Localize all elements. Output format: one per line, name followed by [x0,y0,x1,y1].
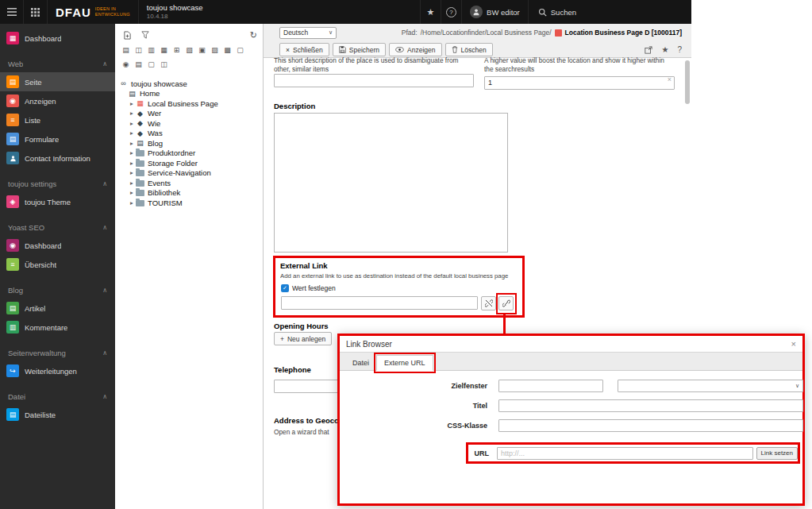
module-menu-button[interactable] [24,0,48,24]
page-type-icon[interactable]: ▣ [197,44,207,56]
dfau-logo[interactable]: DFAU IDEEN IN ENTWICKLUNG [48,0,138,24]
sidebar-section-yoast-seo[interactable]: Yoast SEO ∧ [0,218,115,236]
sidebar-section-web[interactable]: Web ∧ [0,55,115,72]
page-type-icon[interactable]: ▥ [146,44,156,56]
sidebar-item-formulare[interactable]: ▤ Formulare [0,129,115,148]
tab-datei[interactable]: Datei [345,356,376,370]
expander-icon[interactable]: ▸ [128,189,136,196]
target-input[interactable] [498,380,603,392]
sidebar-item-artikel[interactable]: ▤ Artikel [0,299,115,318]
link-browser-button[interactable] [498,296,514,310]
checkbox-checked-icon[interactable]: ✓ [281,284,289,292]
refresh-button[interactable]: ↻ [250,30,257,40]
sidebar-item-weiterleitungen[interactable]: ↪ Weiterleitungen [0,361,115,380]
help-icon[interactable]: ? [677,45,682,54]
tree-item-bibliothek[interactable]: ▸ Bibliothek [115,188,263,199]
shortdesc-help: This short description of the place is u… [274,56,480,74]
page-type-icon[interactable]: ▩ [222,44,233,56]
shortdesc-input[interactable] [274,74,474,87]
sidebar-section-toujou-settings[interactable]: toujou settings ∧ [0,175,115,192]
expander-icon[interactable]: ▸ [128,179,136,187]
help-menu-button[interactable]: ? [441,0,461,24]
tree-item-produktordner[interactable]: ▸ Produktordner [115,148,263,159]
page-type-icon[interactable]: ▢ [235,44,245,56]
menu-collapse-button[interactable] [0,0,24,24]
sidebar-section-seitenverwaltung[interactable]: Seitenverwaltung ∧ [0,344,115,361]
sidebar-item-dashboard[interactable]: ▦ Dashboard [0,29,115,48]
scrollbar-thumb[interactable] [685,60,690,104]
tree-item-home[interactable]: ▤ Home [115,89,263,99]
sidebar-item-toujou-theme[interactable]: ◈ toujou Theme [0,192,115,211]
sidebar-item-yoast-dashboard[interactable]: ◉ Dashboard [0,236,115,255]
module-sidebar: ▦ Dashboard Web ∧ ▤ Seite ◉ Anzeigen ≡ L… [0,24,115,509]
sidebar-item-liste[interactable]: ≡ Liste [0,110,115,129]
close-button[interactable]: × Schließen [279,43,329,56]
tree-item-wer[interactable]: ▸ ◆ Wer [115,109,263,119]
expander-icon[interactable]: ▸ [128,120,136,127]
tree-item-was[interactable]: ▸ ◆ Was [115,129,263,139]
bookmark-button[interactable]: ★ [420,0,441,24]
tree-item-blog[interactable]: ▸ ▤ Blog [115,138,263,148]
title-input[interactable] [498,399,803,412]
expander-icon[interactable]: ▸ [128,149,136,156]
page-type-icon[interactable]: ◫ [133,44,144,56]
tab-externe-url[interactable]: Externe URL [376,355,433,371]
css-class-input[interactable] [498,419,803,432]
expander-icon[interactable]: ▸ [128,110,136,117]
sidebar-section-datei[interactable]: Datei ∧ [0,388,115,405]
page-type-icon[interactable]: ▤ [133,59,144,70]
bookmark-star-icon[interactable]: ★ [661,45,668,54]
expander-icon[interactable]: ▸ [128,129,136,137]
site-name: toujou showcase [147,4,203,13]
tree-item-local-business-page[interactable]: ▸ ▦ Local Business Page [115,98,263,109]
modal-close-icon[interactable]: × [791,339,796,349]
tree-item-storage-folder[interactable]: ▸ Storage Folder [115,158,263,168]
new-record-button[interactable]: + Neu anlegen [274,332,332,345]
page-type-icon[interactable]: ▢ [146,59,156,70]
sidebar-item-dateiliste[interactable]: ▤ Dateiliste [0,405,115,424]
set-value-checkbox[interactable]: ✓ Wert festlegen [281,284,336,292]
unlink-button[interactable] [481,296,496,310]
sidebar-item-anzeigen[interactable]: ◉ Anzeigen [0,91,115,110]
page-type-icon[interactable]: ▤ [121,44,131,56]
filter-button[interactable] [139,29,152,41]
url-input[interactable] [497,447,753,460]
clear-icon[interactable]: × [668,75,672,83]
tree-item-wie[interactable]: ▸ ◆ Wie [115,118,263,129]
delete-button[interactable]: Löschen [445,43,493,56]
external-link-input[interactable] [281,296,478,310]
save-button[interactable]: Speichern [333,43,386,56]
page-type-icon[interactable]: ▨ [210,44,220,56]
expander-icon[interactable]: ▸ [128,199,136,206]
page-type-icon[interactable]: ⊞ [171,44,182,56]
tree-item-service-navigation[interactable]: ▸ Service-Navigation [115,168,263,179]
target-label: Zielfenster [340,382,498,390]
search-button[interactable]: Suchen [528,0,586,24]
view-button[interactable]: Anzeigen [389,43,441,56]
tree-item-tourism[interactable]: ▸ TOURISM [115,198,263,208]
expander-icon[interactable]: ▸ [128,169,136,176]
expander-icon[interactable]: ▸ [128,160,136,167]
set-link-button[interactable]: Link setzen [756,447,798,460]
page-type-icon[interactable]: ▦ [159,44,169,56]
language-select[interactable]: Deutsch ∨ [279,27,337,39]
sidebar-item-kommentare[interactable]: ▥ Kommentare [0,318,115,337]
tree-item-events[interactable]: ▸ Events [115,178,263,188]
user-menu[interactable]: BW editor [461,0,528,24]
expander-icon[interactable]: ▸ [128,100,136,107]
sidebar-item-uebersicht[interactable]: ≡ Übersicht [0,255,115,274]
new-page-button[interactable] [121,29,133,41]
page-type-icon[interactable]: ▧ [184,44,194,56]
open-in-window-icon[interactable] [645,46,652,54]
page-type-icon[interactable]: ◫ [159,59,169,70]
target-select[interactable]: ∨ [618,380,803,392]
boost-input[interactable] [484,76,675,90]
filter-icon [141,31,149,39]
tree-item-root[interactable]: ∞ toujou showcase [115,79,263,89]
description-textarea[interactable] [274,113,508,253]
sidebar-item-seite[interactable]: ▤ Seite [0,72,115,91]
page-type-icon[interactable]: ◉ [121,59,131,70]
sidebar-item-contact-information[interactable]: Contact Information [0,148,115,168]
sidebar-section-blog[interactable]: Blog ∧ [0,281,115,299]
expander-icon[interactable]: ▸ [128,140,136,147]
